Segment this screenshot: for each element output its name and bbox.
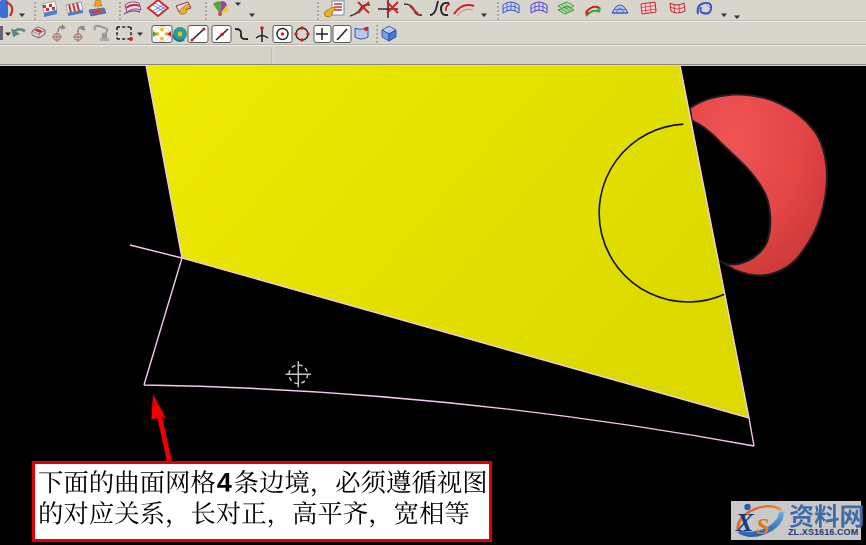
svg-text:S: S <box>756 513 769 539</box>
svg-text:X: X <box>735 508 754 537</box>
